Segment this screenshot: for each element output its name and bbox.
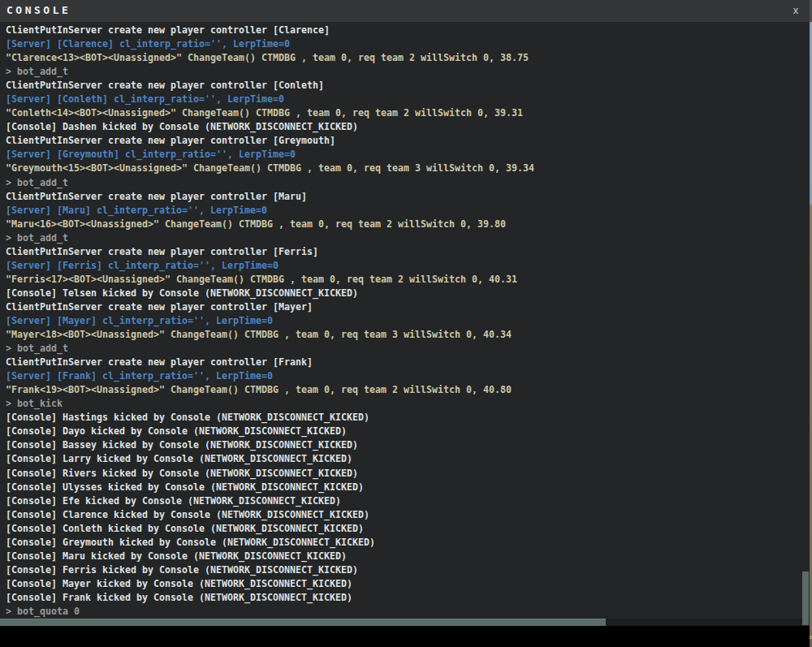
horizontal-scrollbar-thumb[interactable] [0,619,606,626]
console-line: [Console] Clarence kicked by Console (NE… [6,508,804,522]
console-line: ClientPutInServer create new player cont… [6,24,804,37]
console-line: > bot_add_t [6,342,804,356]
vertical-scrollbar-thumb[interactable] [802,572,809,625]
console-line: [Console] Bassey kicked by Console (NETW… [6,438,804,452]
console-line: "Maru<16><BOT><Unassigned>" ChangeTeam()… [6,218,804,231]
console-line: [Server] [Conleth] cl_interp_ratio='', L… [6,93,804,106]
console-line: [Server] [Frank] cl_interp_ratio='', Ler… [6,369,804,383]
console-line: [Server] [Greymouth] cl_interp_ratio='',… [6,148,804,162]
close-button[interactable]: x [789,3,802,18]
console-line: [Console] Larry kicked by Console (NETWO… [6,452,804,466]
console-line: > bot_add_t [6,65,804,79]
console-line: > bot_add_t [6,231,804,245]
console-line: [Server] [Ferris] cl_interp_ratio='', Le… [6,259,804,273]
console-line: "Clarence<13><BOT><Unassigned>" ChangeTe… [6,51,804,65]
console-line: [Console] Maru kicked by Console (NETWOR… [6,550,804,563]
console-line: "Conleth<14><BOT><Unassigned>" ChangeTea… [6,106,804,120]
console-line: "Mayer<18><BOT><Unassigned>" ChangeTeam(… [6,328,804,342]
background-behind-console [0,626,810,647]
console-line: [Console] Greymouth kicked by Console (N… [6,536,804,550]
console-line: [Server] [Mayer] cl_interp_ratio='', Ler… [6,314,804,328]
console-line: [Console] Rivers kicked by Console (NETW… [6,467,804,481]
console-line: ClientPutInServer create new player cont… [6,79,804,93]
console-line: [Console] Dayo kicked by Console (NETWOR… [6,425,804,438]
console-line: [Console] Ulysses kicked by Console (NET… [6,481,804,494]
console-output[interactable]: ClientPutInServer create new player cont… [0,22,804,619]
console-line: [Console] Ferris kicked by Console (NETW… [6,563,804,577]
console-line: [Console] Efe kicked by Console (NETWORK… [6,494,804,508]
console-line: ClientPutInServer create new player cont… [6,134,804,148]
console-line: "Ferris<17><BOT><Unassigned>" ChangeTeam… [6,273,804,287]
console-window: CONSOLE x ClientPutInServer create new p… [0,0,810,626]
console-line: [Console] Conleth kicked by Console (NET… [6,522,804,536]
console-line: [Console] Hastings kicked by Console (NE… [6,411,804,425]
console-line: [Console] Telsen kicked by Console (NETW… [6,287,804,300]
console-line: > bot_add_t [6,176,804,190]
console-line: > bot_kick [6,397,804,411]
console-line: "Greymouth<15><BOT><Unassigned>" ChangeT… [6,162,804,175]
console-line: [Console] Frank kicked by Console (NETWO… [6,591,804,605]
console-title: CONSOLE [6,4,71,16]
console-line: > bot_quota 0 [6,605,804,619]
screen: CONSOLE x ClientPutInServer create new p… [0,0,812,647]
console-line: ClientPutInServer create new player cont… [6,300,804,314]
console-line: [Console] Dashen kicked by Console (NETW… [6,120,804,134]
console-line: ClientPutInServer create new player cont… [6,190,804,204]
console-line: ClientPutInServer create new player cont… [6,356,804,369]
horizontal-scrollbar[interactable] [0,619,810,626]
console-line: "Frank<19><BOT><Unassigned>" ChangeTeam(… [6,383,804,397]
console-line: [Server] [Clarence] cl_interp_ratio='', … [6,37,804,51]
console-line: ClientPutInServer create new player cont… [6,245,804,259]
console-title-bar: CONSOLE x [0,0,810,22]
console-line: [Server] [Maru] cl_interp_ratio='', Lerp… [6,204,804,218]
console-line: [Console] Mayer kicked by Console (NETWO… [6,577,804,591]
